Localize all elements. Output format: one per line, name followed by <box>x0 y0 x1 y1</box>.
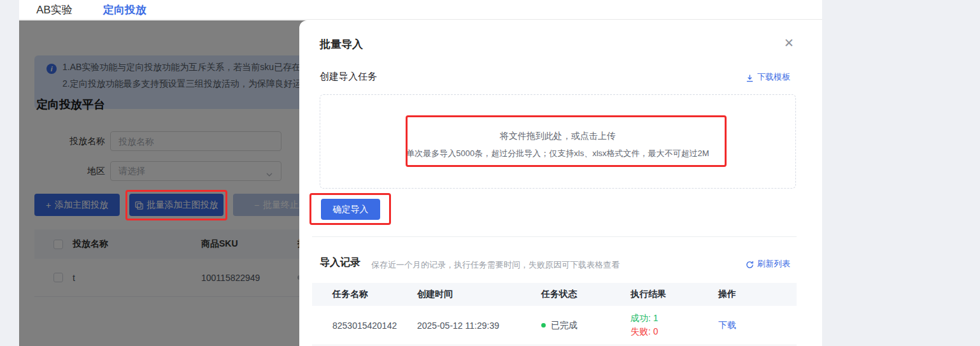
download-icon <box>746 72 754 82</box>
task-name-cell: 8253015420142 <box>332 306 397 345</box>
table-row: 8253015420142 2025-05-12 11:29:39 已完成 成功… <box>312 306 797 345</box>
status-dot-green <box>541 323 546 328</box>
tab-bar: AB实验 定向投放 <box>19 0 822 20</box>
close-icon[interactable]: ✕ <box>784 37 794 49</box>
success-count: 成功: 1 <box>630 313 658 324</box>
download-template-link[interactable]: 下载模板 <box>746 71 790 83</box>
tab-ab-experiment[interactable]: AB实验 <box>36 3 73 17</box>
create-import-task-title: 创建导入任务 <box>320 71 377 83</box>
upload-hint-secondary: 单次最多导入5000条，超过分批导入；仅支持xls、xlsx格式文件，最大不可超… <box>320 148 795 159</box>
refresh-list-link[interactable]: 刷新列表 <box>746 258 790 270</box>
column-header-task-name: 任务名称 <box>332 283 368 306</box>
upload-hint-primary: 将文件拖到此处，或点击上传 <box>320 131 795 142</box>
result-cell: 成功: 1 失败: 0 <box>630 306 658 345</box>
batch-import-drawer: 批量导入 ✕ 创建导入任务 下载模板 将文件拖到此处，或点击上传 单次最多导入5… <box>299 20 822 346</box>
content-area: i 1.AB实验功能与定向投放功能为互斥关系，若当前sku已存在 2.定向投放功… <box>19 20 822 346</box>
task-status-cell: 已完成 <box>541 306 578 345</box>
fail-count: 失败: 0 <box>630 326 658 338</box>
tab-targeted-delivery[interactable]: 定向投放 <box>103 3 146 17</box>
column-header-created-time: 创建时间 <box>417 283 453 306</box>
import-records-note: 保存近一个月的记录，执行任务需要时间，失败原因可下载表格查看 <box>371 259 620 271</box>
records-table-header: 任务名称 创建时间 任务状态 执行结果 操作 <box>312 283 797 306</box>
download-result-link[interactable]: 下载 <box>718 320 736 331</box>
column-header-result: 执行结果 <box>630 283 666 306</box>
column-header-action: 操作 <box>718 283 736 306</box>
import-records-title: 导入记录 <box>320 256 360 270</box>
app-window: AB实验 定向投放 i 1.AB实验功能与定向投放功能为互斥关系，若当前sku已… <box>19 0 822 346</box>
refresh-icon <box>746 259 754 268</box>
confirm-import-button[interactable]: 确定导入 <box>321 199 380 220</box>
upload-dropzone[interactable]: 将文件拖到此处，或点击上传 单次最多导入5000条，超过分批导入；仅支持xls、… <box>320 94 796 189</box>
created-time-cell: 2025-05-12 11:29:39 <box>417 306 499 345</box>
import-records-table: 任务名称 创建时间 任务状态 执行结果 操作 8253015420142 202… <box>312 283 797 345</box>
section-divider <box>312 236 797 237</box>
column-header-task-status: 任务状态 <box>541 283 577 306</box>
drawer-title: 批量导入 <box>320 37 363 52</box>
